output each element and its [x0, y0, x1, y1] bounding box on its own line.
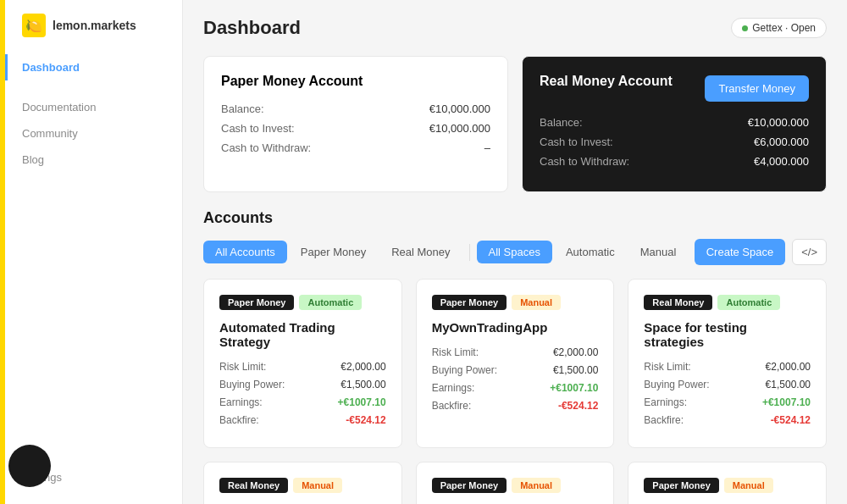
- space-tag-manual: Manual: [512, 478, 561, 493]
- real-balance-value: €10,000.000: [748, 116, 809, 129]
- space-field: Buying Power:€1,500.00: [644, 379, 811, 390]
- space-card[interactable]: Paper MoneyManualMyOwnTradingAppRisk Lim…: [416, 279, 615, 448]
- space-field: Buying Power:€1,500.00: [432, 364, 599, 376]
- space-field-label: Risk Limit:: [219, 361, 266, 373]
- space-field-label: Backfire:: [219, 414, 259, 426]
- space-field: Earnings:+€1007.10: [644, 396, 811, 408]
- space-card-title: Automated Trading Strategy: [219, 320, 386, 349]
- space-field-label: Backfire:: [644, 414, 684, 426]
- tab-real-money[interactable]: Real Money: [379, 241, 462, 263]
- space-field-value: €2,000.00: [553, 346, 598, 358]
- paper-account-fields: Balance: €10,000.000 Cash to Invest: €10…: [221, 102, 490, 154]
- header: Dashboard Gettex · Open: [203, 17, 827, 39]
- space-field-value: -€524.12: [558, 400, 598, 412]
- space-field-label: Risk Limit:: [432, 346, 479, 358]
- filter-divider: [469, 244, 470, 261]
- space-field-value: €1,500.00: [340, 379, 385, 390]
- space-field-value: +€1007.10: [762, 396, 811, 408]
- space-field: Buying Power:€1,500.00: [219, 379, 386, 390]
- real-cash-withdraw-field: Cash to Withdraw: €4,000.000: [540, 155, 809, 168]
- real-balance-label: Balance:: [540, 116, 583, 129]
- paper-cash-withdraw-label: Cash to Withdraw:: [221, 141, 311, 154]
- space-field-label: Earnings:: [219, 396, 263, 408]
- paper-balance-value: €10,000.000: [429, 102, 490, 115]
- space-tag-automatic: Automatic: [717, 295, 780, 310]
- tab-manual[interactable]: Manual: [628, 241, 689, 263]
- space-card[interactable]: Real MoneyAutomaticSpace for testing str…: [628, 279, 827, 448]
- page-title: Dashboard: [203, 17, 301, 39]
- gettex-label: Gettex · Open: [752, 22, 816, 34]
- space-field-label: Earnings:: [432, 382, 475, 394]
- code-button[interactable]: </>: [792, 239, 827, 265]
- tab-all-accounts[interactable]: All Accounts: [203, 241, 287, 263]
- space-field: Risk Limit:€2,000.00: [644, 361, 811, 373]
- space-field-label: Buying Power:: [644, 379, 709, 390]
- sidebar-item-dashboard[interactable]: Dashboard: [5, 54, 182, 80]
- space-field: Risk Limit:€2,000.00: [432, 346, 599, 358]
- space-card[interactable]: Paper MoneyAutomaticAutomated Trading St…: [203, 279, 402, 448]
- paper-cash-invest-field: Cash to Invest: €10,000.000: [221, 122, 490, 135]
- filter-tabs: All Accounts Paper Money Real Money All …: [203, 241, 688, 263]
- space-field-value: €1,500.00: [553, 364, 598, 376]
- tab-automatic[interactable]: Automatic: [554, 241, 627, 263]
- space-field-value: +€1007.10: [338, 396, 386, 408]
- accounts-section-heading: Accounts: [203, 209, 827, 227]
- avatar: [8, 445, 51, 487]
- gettex-status-dot: [742, 25, 748, 31]
- paper-money-account-card: Paper Money Account Balance: €10,000.000…: [203, 56, 508, 192]
- space-tag-automatic: Automatic: [299, 295, 362, 310]
- space-field-label: Earnings:: [644, 396, 687, 408]
- space-tag-paper: Paper Money: [432, 295, 507, 310]
- paper-cash-withdraw-value: –: [484, 141, 490, 154]
- space-tag-manual: Manual: [724, 478, 773, 493]
- space-card-tags: Real MoneyAutomatic: [644, 295, 811, 310]
- space-field-value: €2,000.00: [340, 361, 385, 373]
- real-account-fields: Balance: €10,000.000 Cash to Invest: €6,…: [540, 116, 809, 168]
- logo-icon: 🍋: [22, 14, 46, 37]
- tab-paper-money[interactable]: Paper Money: [289, 241, 378, 263]
- logo: 🍋 lemon.markets: [5, 14, 182, 54]
- space-card-tags: Paper MoneyManual: [644, 478, 811, 493]
- space-field: Earnings:+€1007.10: [432, 382, 599, 394]
- space-field-label: Backfire:: [432, 400, 472, 412]
- space-field-value: +€1007.10: [550, 382, 598, 394]
- paper-cash-withdraw-field: Cash to Withdraw: –: [221, 141, 490, 154]
- sidebar-nav: Dashboard Documentation Community Blog: [5, 54, 182, 464]
- space-field-value: €2,000.00: [766, 361, 811, 373]
- space-card[interactable]: Real MoneyManualSentiment AnalysisRisk L…: [203, 462, 402, 504]
- sidebar-item-blog[interactable]: Blog: [5, 147, 182, 173]
- real-cash-invest-field: Cash to Invest: €6,000.000: [540, 136, 809, 148]
- real-balance-field: Balance: €10,000.000: [540, 116, 809, 129]
- sidebar-secondary-nav: Documentation Community Blog: [5, 94, 182, 173]
- gettex-badge: Gettex · Open: [731, 18, 827, 38]
- space-field-value: -€524.12: [771, 414, 811, 426]
- space-field: Backfire:-€524.12: [432, 400, 599, 412]
- sidebar-item-community[interactable]: Community: [5, 120, 182, 147]
- filter-actions: Create Space </>: [695, 239, 827, 265]
- space-card[interactable]: Paper MoneyManualSmart Savings PlanRisk …: [628, 462, 827, 504]
- space-card-title: MyOwnTradingApp: [432, 320, 599, 335]
- paper-cash-invest-value: €10,000.000: [429, 122, 490, 135]
- space-card-tags: Paper MoneyAutomatic: [219, 295, 386, 310]
- space-field-label: Buying Power:: [219, 379, 285, 390]
- space-field: Risk Limit:€2,000.00: [219, 361, 386, 373]
- transfer-money-button[interactable]: Transfer Money: [705, 75, 809, 102]
- paper-account-title: Paper Money Account: [221, 74, 490, 89]
- space-tag-real: Real Money: [644, 295, 712, 310]
- tab-all-spaces[interactable]: All Spaces: [477, 241, 552, 263]
- space-card[interactable]: Paper MoneyManualMean Reversion Strategy…: [416, 462, 615, 504]
- space-card-tags: Paper MoneyManual: [432, 478, 599, 493]
- space-tag-paper: Paper Money: [219, 295, 294, 310]
- sidebar-item-documentation[interactable]: Documentation: [5, 94, 182, 120]
- spaces-grid: Paper MoneyAutomaticAutomated Trading St…: [203, 279, 827, 504]
- filters-row: All Accounts Paper Money Real Money All …: [203, 239, 827, 265]
- sidebar: 🍋 lemon.markets Dashboard Documentation …: [5, 0, 183, 504]
- create-space-button[interactable]: Create Space: [695, 239, 786, 265]
- accounts-row: Paper Money Account Balance: €10,000.000…: [203, 56, 827, 192]
- real-account-header: Real Money Account Transfer Money: [540, 74, 809, 102]
- paper-balance-field: Balance: €10,000.000: [221, 102, 490, 115]
- real-cash-invest-value: €6,000.000: [754, 136, 809, 148]
- real-cash-withdraw-value: €4,000.000: [754, 155, 809, 168]
- space-tag-manual: Manual: [512, 295, 561, 310]
- space-field: Earnings:+€1007.10: [219, 396, 386, 408]
